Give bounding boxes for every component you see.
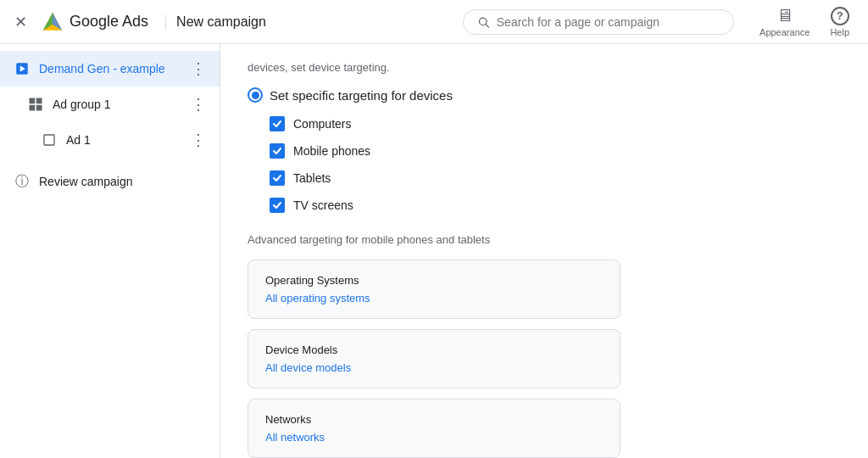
sidebar-ad-label: Ad 1 [66,133,182,147]
topbar-actions: 🖥 Appearance ? Help [751,3,858,41]
checkbox-mobile[interactable]: Mobile phones [270,143,620,159]
sidebar: Demand Gen - example ⋮ Ad group 1 ⋮ Ad 1… [0,44,220,458]
device-models-title: Device Models [265,344,603,356]
ad-more-icon[interactable]: ⋮ [191,131,206,149]
appearance-button[interactable]: 🖥 Appearance [751,3,818,41]
mobile-label: Mobile phones [293,144,370,158]
operating-systems-title: Operating Systems [265,274,603,287]
device-models-card: Device Models All device models [248,329,620,388]
campaign-title: New campaign [165,14,266,30]
advanced-targeting-label: Advanced targeting for mobile phones and… [248,233,620,246]
computers-label: Computers [293,117,351,131]
tv-checkbox-icon[interactable] [270,198,285,213]
device-models-link[interactable]: All device models [265,361,603,374]
tablets-label: Tablets [293,171,331,185]
logo: Google Ads [41,10,148,34]
appearance-label: Appearance [760,27,810,37]
topbar: ✕ Google Ads New campaign 🖥 Appearance ?… [0,0,868,44]
main-content: devices, set device targeting. Set speci… [220,44,648,458]
hint-text: devices, set device targeting. [248,61,620,74]
sidebar-item-review[interactable]: ⓘ Review campaign [0,165,220,198]
checkbox-tablets[interactable]: Tablets [270,170,620,186]
networks-title: Networks [265,413,603,426]
adgroup-more-icon[interactable]: ⋮ [191,95,206,114]
svg-rect-9 [30,105,36,111]
campaign-more-icon[interactable]: ⋮ [191,59,206,78]
sidebar-item-adgroup[interactable]: Ad group 1 ⋮ [0,87,220,122]
search-bar[interactable] [463,9,734,35]
sidebar-adgroup-label: Ad group 1 [53,98,182,111]
tablets-checkbox-icon[interactable] [270,170,285,186]
targeting-option-title: Set specific targeting for devices [248,87,620,103]
campaign-icon [14,60,31,77]
help-label: Help [830,27,849,37]
svg-rect-11 [44,135,54,145]
computers-checkbox-icon[interactable] [270,116,285,131]
checkbox-tv[interactable]: TV screens [270,198,620,213]
sidebar-campaign-label: Demand Gen - example [39,62,182,75]
svg-line-4 [486,24,488,26]
sidebar-item-ad[interactable]: Ad 1 ⋮ [0,122,220,158]
svg-rect-10 [36,105,42,111]
close-button[interactable]: ✕ [10,12,31,32]
search-icon [477,15,490,29]
svg-rect-8 [36,98,42,104]
brand-name: Google Ads [70,13,148,31]
mobile-checkbox-icon[interactable] [270,143,285,159]
help-button[interactable]: ? Help [821,3,858,41]
device-checkbox-list: Computers Mobile phones Tablets [270,116,620,213]
tv-label: TV screens [293,198,353,212]
operating-systems-link[interactable]: All operating systems [265,292,603,304]
radio-selected-icon[interactable] [248,87,263,103]
ad-icon [41,131,58,148]
right-panel [648,44,868,458]
networks-card: Networks All networks [248,399,620,458]
sidebar-item-campaign[interactable]: Demand Gen - example ⋮ [0,51,220,87]
svg-rect-7 [30,98,36,104]
search-input[interactable] [497,15,720,29]
google-ads-logo-icon [41,10,64,34]
help-icon: ? [831,7,849,25]
operating-systems-card: Operating Systems All operating systems [248,260,620,319]
checkbox-computers[interactable]: Computers [270,116,620,131]
appearance-icon: 🖥 [776,6,793,25]
sidebar-review-label: Review campaign [39,175,206,188]
review-icon: ⓘ [14,173,31,190]
adgroup-icon [27,96,44,113]
main-layout: Demand Gen - example ⋮ Ad group 1 ⋮ Ad 1… [0,44,868,458]
targeting-option-label: Set specific targeting for devices [270,88,453,103]
networks-link[interactable]: All networks [265,431,603,444]
